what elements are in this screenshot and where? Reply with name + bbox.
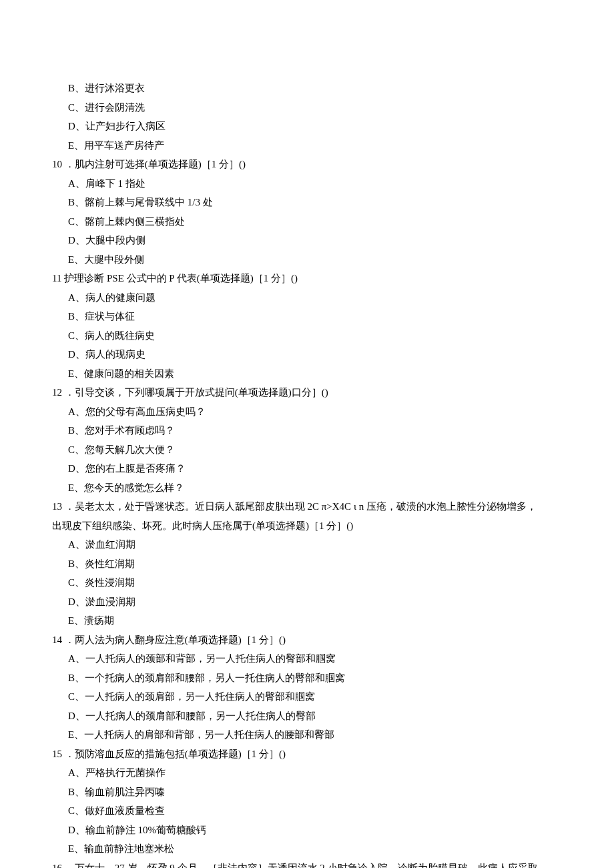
question-stem: 12 ．引导交谈，下列哪项属于开放式提问(单项选择题)口分］(): [52, 383, 562, 402]
answer-option: C、炎性浸润期: [52, 573, 562, 592]
answer-option: E、输血前静注地塞米松: [52, 839, 562, 859]
answer-option: C、病人的既往病史: [52, 326, 562, 346]
answer-option: B、进行沐浴更衣: [52, 79, 562, 98]
answer-option: B、症状与体征: [52, 307, 562, 326]
answer-option: B、髂前上棘与尾骨联线中 1/3 处: [52, 193, 562, 212]
answer-option: B、输血前肌注异丙嗪: [52, 783, 562, 802]
answer-option: C、髂前上棘内侧三横指处: [52, 212, 562, 232]
answer-option: D、输血前静注 10%葡萄糖酸钙: [52, 821, 562, 840]
answer-option: D、让产妇步行入病区: [52, 117, 562, 136]
question-stem: 出现皮下组织感染、坏死。此时病人压疮属于(单项选择题)［1 分］(): [52, 516, 562, 536]
answer-option: A、肩峰下 1 指处: [52, 174, 562, 193]
question-stem: 11 护理诊断 PSE 公式中的 P 代表(单项选择题)［1 分］(): [52, 269, 562, 288]
answer-option: D、病人的现病史: [52, 345, 562, 364]
answer-option: E、一人托病人的肩部和背部，另一人托住病人的腰部和臀部: [52, 725, 562, 745]
answer-option: D、大腿中段内侧: [52, 231, 562, 250]
answer-option: C、做好血液质量检查: [52, 801, 562, 821]
question-stem: 14 ．两人法为病人翻身应注意(单项选择题)［1 分］(): [52, 630, 562, 650]
answer-option: B、您对手术有顾虑吗？: [52, 421, 562, 440]
question-stem: 10 ．肌内注射可选择(单项选择题)［1 分］(): [52, 155, 562, 174]
answer-option: E、健康问题的相关因素: [52, 364, 562, 384]
question-stem: 15 ．预防溶血反应的措施包括(单项选择题)［1 分］(): [52, 745, 562, 764]
answer-option: C、一人托病人的颈肩部，另一人托住病人的臀部和腘窝: [52, 687, 562, 707]
answer-option: B、一个托病人的颈肩部和腰部，另人一托住病人的臀部和腘窝: [52, 669, 562, 688]
answer-option: D、一人托病人的颈肩部和腰部，另一人托住病人的臀部: [52, 707, 562, 726]
answer-option: A、您的父母有高血压病史吗？: [52, 402, 562, 422]
question-stem: 16 ．万女士，27 岁，怀孕 9 个月，［非法内容］无诱因流水 2 小时急诊入…: [52, 859, 562, 869]
answer-option: A、严格执行无菌操作: [52, 763, 562, 783]
answer-option: D、您的右上腹是否疼痛？: [52, 459, 562, 478]
answer-option: E、您今天的感觉怎么样？: [52, 478, 562, 498]
question-stem: 13 ．吴老太太，处于昏迷状态。近日病人舐尾部皮肤出现 2C π>X4C ι n…: [52, 497, 562, 516]
document-page: B、进行沐浴更衣C、进行会阴清洗D、让产妇步行入病区E、用平车送产房待产10 ．…: [0, 0, 614, 868]
answer-option: B、炎性红润期: [52, 554, 562, 574]
answer-option: E、大腿中段外侧: [52, 250, 562, 270]
answer-option: D、淤血浸润期: [52, 592, 562, 612]
answer-option: E、用平车送产房待产: [52, 136, 562, 155]
answer-option: C、您每天解几次大便？: [52, 440, 562, 460]
answer-option: A、一人托病人的颈部和背部，另一人托住病人的臀部和腘窝: [52, 649, 562, 669]
answer-option: E、溃疡期: [52, 611, 562, 630]
answer-option: C、进行会阴清洗: [52, 98, 562, 117]
answer-option: A、病人的健康问题: [52, 288, 562, 308]
answer-option: A、淤血红润期: [52, 535, 562, 554]
